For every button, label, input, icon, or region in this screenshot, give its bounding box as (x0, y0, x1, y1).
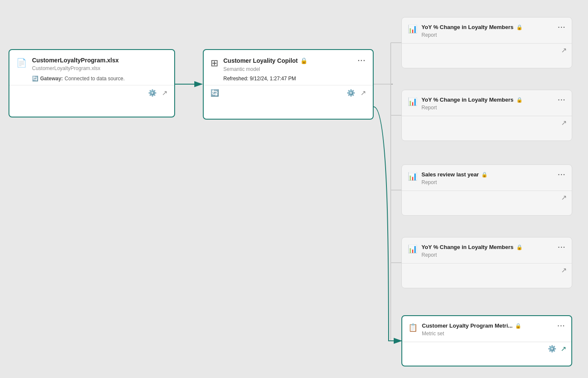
report-card-3-info: Sales review last year 🔒 ··· Report (421, 171, 566, 185)
report-card-2-title: YoY % Change in Loyalty Members (421, 97, 514, 103)
report-card-4-info: YoY % Change in Loyalty Members 🔒 ··· Re… (421, 243, 566, 258)
metric-card-header: Customer Loyalty Program Metri... 🔒 ··· (422, 322, 565, 329)
report-card-2-footer: ↗ (402, 116, 572, 129)
source-card-subtitle: CustomerLoyaltyProgram.xlsx (32, 65, 167, 71)
report-card-3-type: Report (421, 179, 566, 185)
gateway-label: Gateway: (40, 76, 63, 82)
report-card-4-title: YoY % Change in Loyalty Members (421, 244, 514, 250)
report-card-3-title: Sales review last year (421, 171, 479, 178)
report-icon-4: 📊 (408, 244, 417, 254)
report-card-4-footer: ↗ (402, 263, 572, 277)
metric-card-footer: ⚙️ ↗ (402, 342, 571, 355)
model-card-header: Customer Loyality Copilot 🔒 ··· (223, 57, 366, 64)
metric-link-icon[interactable]: ↗ (561, 345, 566, 353)
model-card-footer: 🔄 ⚙️ ↗ (204, 85, 373, 100)
source-card: 📄 CustomerLoyaltyProgram.xlsx CustomerLo… (9, 49, 175, 117)
report-card-1-header: YoY % Change in Loyalty Members 🔒 ··· (421, 23, 566, 31)
report-1-lock-icon: 🔒 (516, 24, 523, 30)
report-card-1-title: YoY % Change in Loyalty Members (421, 24, 514, 30)
report-3-link-icon[interactable]: ↗ (561, 193, 567, 202)
gateway-icon: 🔄 (32, 76, 38, 82)
report-card-1-type: Report (421, 32, 566, 38)
report-card-2-info: YoY % Change in Loyalty Members 🔒 ··· Re… (421, 96, 566, 111)
report-3-menu-button[interactable]: ··· (558, 171, 566, 178)
file-icon: 📄 (16, 58, 27, 82)
source-card-info: CustomerLoyaltyProgram.xlsx CustomerLoya… (32, 57, 167, 82)
metric-card-title: Customer Loyalty Program Metri... (422, 322, 512, 329)
model-settings-icon[interactable]: ⚙️ (347, 89, 355, 97)
metric-icon: 📋 (408, 323, 418, 332)
report-card-2-header: YoY % Change in Loyalty Members 🔒 ··· (421, 96, 566, 103)
report-4-lock-icon: 🔒 (516, 244, 523, 250)
report-4-title-group: YoY % Change in Loyalty Members 🔒 (421, 244, 523, 250)
metric-card-type: Metric set (422, 331, 565, 337)
report-card-4-type: Report (421, 252, 566, 258)
canvas: 📄 CustomerLoyaltyProgram.xlsx CustomerLo… (0, 0, 588, 378)
model-icon: ⊞ (211, 58, 218, 82)
report-card-3-footer: ↗ (402, 190, 572, 204)
report-1-menu-button[interactable]: ··· (558, 23, 566, 31)
model-card-refresh: Refreshed: 9/12/24, 1:27:47 PM (223, 76, 366, 82)
source-card-footer: ⚙️ ↗ (9, 85, 174, 100)
model-card: ⊞ Customer Loyality Copilot 🔒 ··· Semant… (203, 49, 374, 120)
report-2-menu-button[interactable]: ··· (558, 96, 566, 103)
model-title-group: Customer Loyality Copilot 🔒 (223, 57, 307, 64)
metric-lock-icon: 🔒 (515, 323, 521, 329)
report-card-2-type: Report (421, 105, 566, 111)
metric-settings-icon[interactable]: ⚙️ (548, 345, 556, 353)
report-card-4: 📊 YoY % Change in Loyalty Members 🔒 ··· … (401, 237, 572, 288)
model-card-title: Customer Loyality Copilot (223, 57, 298, 64)
source-card-gateway: 🔄 Gateway: Connected to data source. (32, 76, 167, 82)
model-link-icon[interactable]: ↗ (360, 89, 366, 97)
report-icon-2: 📊 (408, 97, 417, 106)
metric-card-info: Customer Loyalty Program Metri... 🔒 ··· … (422, 322, 565, 337)
metric-card: 📋 Customer Loyalty Program Metri... 🔒 ··… (401, 315, 572, 366)
metric-title-group: Customer Loyalty Program Metri... 🔒 (422, 322, 521, 329)
report-card-4-header: YoY % Change in Loyalty Members 🔒 ··· (421, 243, 566, 251)
model-card-type: Semantic model (223, 66, 366, 72)
metric-menu-button[interactable]: ··· (557, 322, 565, 329)
report-2-lock-icon: 🔒 (516, 97, 523, 103)
refresh-icon[interactable]: 🔄 (211, 89, 219, 97)
report-3-title-group: Sales review last year 🔒 (421, 171, 488, 178)
source-card-title: CustomerLoyaltyProgram.xlsx (32, 57, 167, 64)
report-1-link-icon[interactable]: ↗ (561, 46, 567, 54)
report-4-link-icon[interactable]: ↗ (561, 266, 567, 274)
report-card-1-info: YoY % Change in Loyalty Members 🔒 ··· Re… (421, 23, 566, 38)
report-card-1-footer: ↗ (402, 43, 572, 57)
settings-icon[interactable]: ⚙️ (148, 89, 157, 97)
link-icon[interactable]: ↗ (162, 89, 167, 97)
report-card-1: 📊 YoY % Change in Loyalty Members 🔒 ··· … (401, 17, 572, 68)
report-2-title-group: YoY % Change in Loyalty Members 🔒 (421, 97, 523, 103)
report-card-3: 📊 Sales review last year 🔒 ··· Report ↗ (401, 164, 572, 216)
report-icon-1: 📊 (408, 24, 417, 34)
model-card-info: Customer Loyality Copilot 🔒 ··· Semantic… (223, 57, 366, 82)
report-2-link-icon[interactable]: ↗ (561, 119, 567, 127)
report-1-title-group: YoY % Change in Loyalty Members 🔒 (421, 24, 523, 30)
report-3-lock-icon: 🔒 (481, 172, 488, 178)
model-menu-button[interactable]: ··· (358, 57, 366, 64)
report-card-3-header: Sales review last year 🔒 ··· (421, 171, 566, 178)
report-4-menu-button[interactable]: ··· (558, 243, 566, 251)
model-lock-icon: 🔒 (300, 57, 307, 64)
report-card-2: 📊 YoY % Change in Loyalty Members 🔒 ··· … (401, 90, 572, 141)
gateway-value: Connected to data source. (64, 76, 125, 82)
report-icon-3: 📊 (408, 172, 417, 181)
